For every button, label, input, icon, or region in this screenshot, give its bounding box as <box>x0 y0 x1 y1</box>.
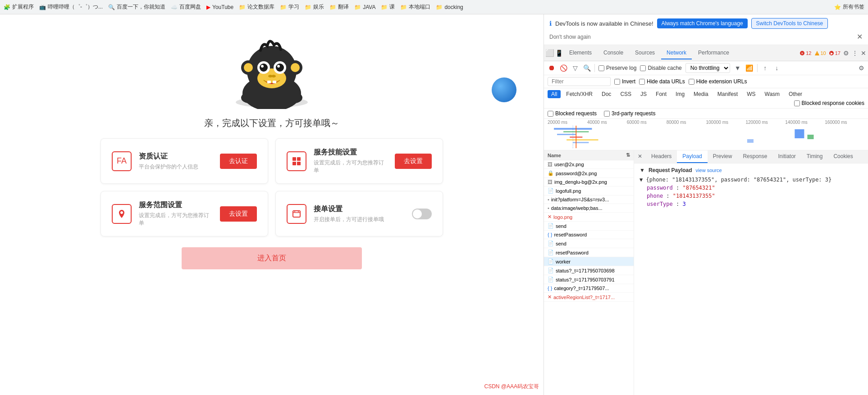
dont-show-link[interactable]: Don't show again <box>549 34 591 40</box>
invert-input[interactable] <box>614 79 620 85</box>
close-detail-icon[interactable]: ✕ <box>634 150 646 163</box>
network-row-status2[interactable]: 📄 status?_t=1717950703791 <box>544 275 634 284</box>
type-tab-other[interactable]: Other <box>785 90 806 98</box>
network-row-password2x[interactable]: 🔒 password@2x.png <box>544 169 634 178</box>
tab-performance[interactable]: Performance <box>693 47 735 59</box>
filter-input[interactable] <box>548 77 611 86</box>
download-icon[interactable]: ↓ <box>773 64 781 72</box>
expand-arrow-raw[interactable]: ▼ <box>640 177 643 183</box>
view-source-link[interactable]: view source <box>696 168 722 173</box>
payload-tab-cookies[interactable]: Cookies <box>828 150 858 163</box>
invert-checkbox[interactable]: Invert <box>614 78 635 85</box>
network-row-user2x[interactable]: 🖼 user@2x.png <box>544 160 634 169</box>
tab-network[interactable]: Network <box>661 47 692 59</box>
payload-field-phone: phone : "18143137355" <box>640 192 863 200</box>
preserve-log-input[interactable] <box>598 65 604 71</box>
hide-ext-input[interactable] <box>689 79 694 85</box>
devtools-settings-icon[interactable]: ⚙ <box>843 50 849 57</box>
tab-sources[interactable]: Sources <box>630 47 660 59</box>
match-language-button[interactable]: Always match Chrome's language <box>657 18 748 28</box>
type-tab-wasm[interactable]: Wasm <box>761 90 784 98</box>
type-tab-css[interactable]: CSS <box>617 90 635 98</box>
wifi-icon[interactable]: 📶 <box>745 64 754 72</box>
tab-console[interactable]: Console <box>598 47 629 59</box>
svg-point-26 <box>294 211 295 212</box>
network-row-resetpassword1[interactable]: { } resetPassword <box>544 231 634 239</box>
blocked-requests-checkbox[interactable]: Blocked requests <box>548 110 597 117</box>
network-row-send1[interactable]: 📄 send <box>544 222 634 231</box>
type-tab-font[interactable]: Font <box>652 90 670 98</box>
payload-tab-headers[interactable]: Headers <box>646 150 677 163</box>
type-tab-media[interactable]: Media <box>690 90 712 98</box>
type-tab-ws[interactable]: WS <box>743 90 759 98</box>
notice-close-button[interactable]: ✕ <box>857 32 863 41</box>
type-tab-doc[interactable]: Doc <box>598 90 615 98</box>
skill-button[interactable]: 去设置 <box>395 154 432 169</box>
throttle-select[interactable]: No throttling <box>685 63 730 73</box>
all-bookmarks[interactable]: ⭐ 所有书签 <box>834 3 864 11</box>
bookmark-course[interactable]: 📁 课 <box>381 3 395 11</box>
third-party-checkbox[interactable]: 3rd-party requests <box>604 110 655 117</box>
network-row-activeregion[interactable]: ✕ activeRegionList?_t=1717... <box>544 293 634 302</box>
record-icon[interactable]: ⏺ <box>548 64 556 72</box>
payload-tab-preview[interactable]: Preview <box>708 150 738 163</box>
payload-tab-response[interactable]: Response <box>737 150 772 163</box>
network-row-logo[interactable]: ✕ logo.png <box>544 213 634 222</box>
throttle-arrow-icon[interactable]: ▼ <box>734 64 742 72</box>
type-tab-js[interactable]: JS <box>637 90 650 98</box>
payload-tab-initiator[interactable]: Initiator <box>772 150 801 163</box>
network-row-resetpassword2[interactable]: 📄 resetPassword <box>544 248 634 257</box>
disable-cache-checkbox[interactable]: Disable cache <box>640 65 681 71</box>
preserve-log-checkbox[interactable]: Preserve log <box>598 65 636 71</box>
network-row-send2[interactable]: 📄 send <box>544 239 634 248</box>
clear-icon[interactable]: 🚫 <box>559 64 567 72</box>
payload-tab-payload[interactable]: Payload <box>677 150 707 163</box>
search-icon[interactable]: 🔍 <box>583 64 591 72</box>
bookmark-baidu-disk[interactable]: ☁️ 百度网盘 <box>171 3 201 11</box>
network-row-logofull[interactable]: 📄 logofull.png <box>544 186 634 195</box>
devtools-close-icon[interactable]: ✕ <box>861 50 866 57</box>
bookmark-java[interactable]: 📁 JAVA <box>354 4 375 10</box>
type-tab-fetch[interactable]: Fetch/XHR <box>562 90 596 98</box>
network-row-worker[interactable]: 📄 worker <box>544 257 634 266</box>
cert-button[interactable]: 去认证 <box>220 154 257 169</box>
network-row-init[interactable]: • init?platform=JS&s=rsv3... <box>544 195 634 204</box>
area-button[interactable]: 去设置 <box>220 206 257 222</box>
bookmark-entertainment[interactable]: 📁 娱乐 <box>305 3 324 11</box>
devtools-more-icon[interactable]: ⋮ <box>852 50 858 57</box>
blocked-cookies-checkbox[interactable]: Blocked response cookies <box>794 100 864 106</box>
devtools-inspect-icon[interactable]: ⬜ <box>546 49 554 57</box>
bookmark-baidu[interactable]: 🔍 百度一下，你就知道 <box>108 3 165 11</box>
network-row-status1[interactable]: 📄 status?_t=1717950703698 <box>544 266 634 275</box>
bookmark-bilibili[interactable]: 📺 哔哩哔哩（゜-゜）つ... <box>39 3 103 11</box>
devtools-device-icon[interactable]: 📱 <box>555 49 563 57</box>
enter-home-button[interactable]: 进入首页 <box>182 247 362 269</box>
type-tab-img[interactable]: Img <box>672 90 688 98</box>
type-tab-all[interactable]: All <box>548 90 561 98</box>
expand-arrow[interactable]: ▼ <box>640 167 645 173</box>
accept-toggle[interactable] <box>412 209 432 219</box>
bookmark-youtube[interactable]: ▶ YouTube <box>206 4 233 10</box>
folder-icon-papers: 📁 <box>239 4 246 10</box>
network-row-category[interactable]: { } category?_t=17179507... <box>544 284 634 293</box>
sort-icon[interactable]: ⇅ <box>626 152 630 158</box>
bookmark-docking[interactable]: 📁 docking <box>436 4 463 10</box>
network-settings-icon[interactable]: ⚙ <box>859 64 864 72</box>
type-tab-manifest[interactable]: Manifest <box>714 90 741 98</box>
network-row-denglu[interactable]: 🖼 img_denglu-bg@2x.png <box>544 178 634 186</box>
hide-ext-checkbox[interactable]: Hide extension URLs <box>689 78 747 85</box>
bookmark-extensions[interactable]: 🧩 扩展程序 <box>4 3 34 11</box>
filter-icon[interactable]: ▽ <box>571 64 579 72</box>
bookmark-local-port[interactable]: 📁 本地端口 <box>400 3 430 11</box>
hide-data-checkbox[interactable]: Hide data URLs <box>639 78 685 85</box>
payload-tab-timing[interactable]: Timing <box>801 150 828 163</box>
bookmark-study[interactable]: 📁 学习 <box>280 3 299 11</box>
upload-icon[interactable]: ↑ <box>761 64 769 72</box>
tab-elements[interactable]: Elements <box>564 47 597 59</box>
hide-data-input[interactable] <box>639 79 645 85</box>
bookmark-papers[interactable]: 📁 论文数据库 <box>239 3 274 11</box>
disable-cache-input[interactable] <box>640 65 646 71</box>
switch-chinese-button[interactable]: Switch DevTools to Chinese <box>751 18 828 29</box>
bookmark-translate[interactable]: 📁 翻译 <box>329 3 349 11</box>
network-row-dataimage[interactable]: • data:image/webp;bas... <box>544 204 634 213</box>
